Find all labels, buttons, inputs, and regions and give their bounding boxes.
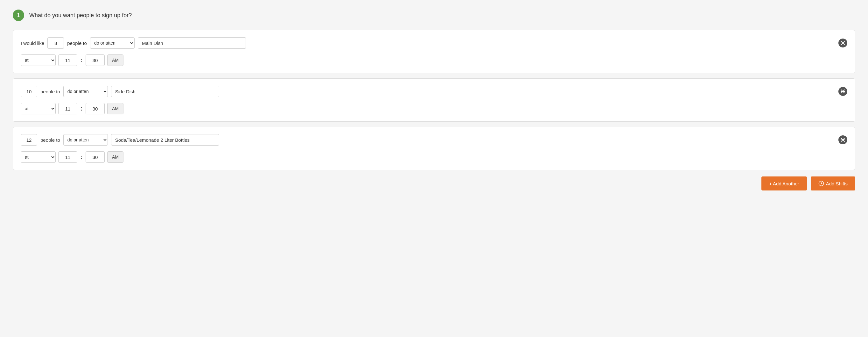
slot-hour-input-3[interactable]	[58, 151, 77, 163]
add-another-label: + Add Another	[769, 181, 799, 186]
slot-people-to-1: people to	[67, 40, 87, 46]
slot-ampm-button-1[interactable]: AM	[107, 54, 123, 66]
slot-time-colon-3: :	[81, 154, 83, 161]
slot-action-select-2[interactable]: do or attenbringvolunteer	[63, 86, 108, 97]
slot-bottom-row-3: atbybefore:AM	[21, 151, 847, 163]
page-header: 1 What do you want people to sign up for…	[13, 9, 855, 21]
slot-card-3: people todo or attenbringvolunteer atbyb…	[13, 127, 855, 170]
slot-action-select-3[interactable]: do or attenbringvolunteer	[63, 134, 108, 146]
slot-top-row-1: I would likepeople todo or attenbringvol…	[21, 37, 847, 49]
slot-remove-button-1[interactable]	[838, 38, 847, 48]
slot-remove-button-2[interactable]	[838, 87, 847, 96]
slot-time-prefix-select-1[interactable]: atbybefore	[21, 54, 56, 66]
slot-minute-input-3[interactable]	[86, 151, 105, 163]
remove-icon-2	[839, 88, 847, 95]
slot-people-to-2: people to	[40, 89, 60, 94]
slot-item-name-input-1[interactable]	[138, 37, 246, 49]
svg-point-6	[839, 136, 847, 144]
svg-point-3	[839, 88, 847, 95]
actions-row: + Add Another Add Shifts	[13, 176, 855, 191]
slot-time-prefix-select-3[interactable]: atbybefore	[21, 151, 56, 163]
slot-card-2: people todo or attenbringvolunteer atbyb…	[13, 78, 855, 122]
slot-people-to-3: people to	[40, 137, 60, 143]
add-shifts-label: Add Shifts	[826, 181, 848, 186]
svg-point-0	[839, 39, 847, 47]
remove-icon-3	[839, 136, 847, 144]
slot-count-input-1[interactable]	[48, 37, 64, 49]
add-shifts-button[interactable]: Add Shifts	[811, 176, 855, 191]
slot-bottom-row-2: atbybefore:AM	[21, 103, 847, 114]
slot-hour-input-2[interactable]	[58, 103, 77, 114]
slot-item-name-input-2[interactable]	[111, 86, 219, 97]
slot-bottom-row-1: atbybefore:AM	[21, 54, 847, 66]
slot-prefix-1: I would like	[21, 40, 44, 46]
slot-remove-button-3[interactable]	[838, 135, 847, 144]
step-badge: 1	[13, 9, 24, 21]
slot-time-colon-1: :	[81, 57, 83, 64]
slots-container: I would likepeople todo or attenbringvol…	[13, 30, 855, 170]
remove-icon-1	[839, 39, 847, 47]
slot-action-select-1[interactable]: do or attenbringvolunteer	[90, 37, 134, 49]
slot-time-colon-2: :	[81, 106, 83, 112]
slot-count-input-3[interactable]	[21, 134, 37, 146]
slot-ampm-button-3[interactable]: AM	[107, 151, 123, 163]
slot-minute-input-1[interactable]	[86, 54, 105, 66]
slot-count-input-2[interactable]	[21, 86, 37, 97]
clock-icon	[818, 180, 824, 186]
slot-card-1: I would likepeople todo or attenbringvol…	[13, 30, 855, 73]
slot-item-name-input-3[interactable]	[111, 134, 219, 146]
slot-top-row-2: people todo or attenbringvolunteer	[21, 86, 847, 97]
slot-ampm-button-2[interactable]: AM	[107, 103, 123, 114]
slot-minute-input-2[interactable]	[86, 103, 105, 114]
slot-hour-input-1[interactable]	[58, 54, 77, 66]
slot-time-prefix-select-2[interactable]: atbybefore	[21, 103, 56, 114]
add-another-button[interactable]: + Add Another	[762, 176, 807, 191]
slot-top-row-3: people todo or attenbringvolunteer	[21, 134, 847, 146]
page-title: What do you want people to sign up for?	[29, 12, 132, 19]
